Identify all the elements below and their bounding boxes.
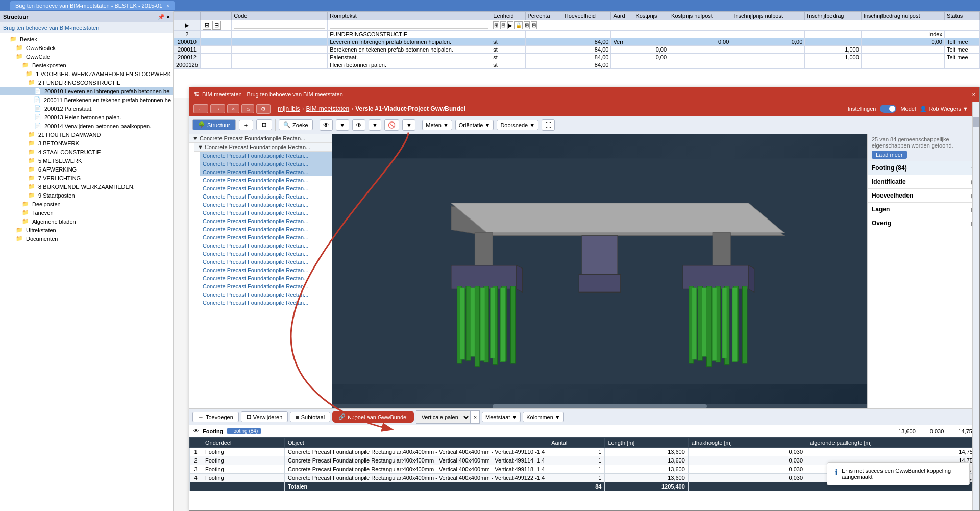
prop-overig-header[interactable]: Overig ▶ xyxy=(868,216,979,230)
bim-tree-item-10[interactable]: Concrete Precast Foundationpile Rectan..… xyxy=(200,233,332,241)
viewport-scrollbar[interactable] xyxy=(332,404,867,408)
nav-model[interactable]: Model xyxy=(900,106,916,112)
tree-item-200012[interactable]: 📄200012 Palenstaat. xyxy=(0,104,173,113)
tree-item-bestekposten[interactable]: 📁Bestekposten xyxy=(0,61,173,69)
bim-tree-item-16[interactable]: Concrete Precast Foundationpile Rectan..… xyxy=(200,282,332,290)
tree-item-uitrekstaten[interactable]: 📁Uitrekstaten xyxy=(0,226,173,234)
tree-item-cat3[interactable]: 📁3 BETONWERK xyxy=(0,139,173,148)
table-row[interactable]: 200012 Palenstaat. st 84,00 0,00 1,000 T… xyxy=(174,54,980,61)
modal-scrollbar[interactable] xyxy=(972,102,979,510)
toggle-switch[interactable] xyxy=(880,105,896,113)
tree-item-cat4[interactable]: 📁4 STAALCONSTRUCTIE xyxy=(0,148,173,156)
view-btn-hide[interactable]: 🚫 xyxy=(384,119,399,131)
toevoegen-btn[interactable]: → Toevoegen xyxy=(192,412,239,422)
eye-icon-bottom[interactable]: 👁 xyxy=(193,428,199,434)
bim-tree-item-13[interactable]: Concrete Precast Foundationpile Rectan..… xyxy=(200,258,332,266)
prop-footing-header[interactable]: Footing (84) ▼ xyxy=(868,161,979,175)
nav-home[interactable]: ⌂ xyxy=(241,104,254,113)
tree-item-deelposten[interactable]: 📁Deelposten xyxy=(0,200,173,208)
kolommen-dropdown[interactable]: Kolommen ▼ xyxy=(523,412,564,422)
nav-back[interactable]: ← xyxy=(193,104,208,113)
tree-item-gwwbestek[interactable]: 📁GwwBestek xyxy=(0,43,173,52)
table-row[interactable]: 200010 Leveren en inbrengen prefab beton… xyxy=(174,38,980,46)
tree-item-cat8[interactable]: 📁8 BIJKOMENDE WERKZAAMHEDEN. xyxy=(0,182,173,191)
load-more-btn[interactable]: Laad meer xyxy=(872,151,907,159)
bim-tree-item-6[interactable]: Concrete Precast Foundationpile Rectan..… xyxy=(200,201,332,209)
bim-tree-item-4[interactable]: Concrete Precast Foundationpile Rectan..… xyxy=(200,184,332,192)
search-box[interactable]: 🔍 Zoeke xyxy=(279,119,313,130)
tree-item-bestek[interactable]: 📁Bestek xyxy=(0,35,173,43)
icon-btn2[interactable]: ⊟ xyxy=(500,21,506,29)
bim-modal-minimize[interactable]: — xyxy=(953,91,959,98)
tree-item-tarieven[interactable]: 📁Tarieven xyxy=(0,208,173,217)
bim-viewport[interactable] xyxy=(332,134,867,408)
icon-btn4[interactable]: 🔒 xyxy=(514,21,523,29)
tree-item-cat21[interactable]: 📁21 HOUTEN DAMWAND xyxy=(0,130,173,139)
tree-item-algbladen[interactable]: 📁Algemene bladen xyxy=(0,217,173,226)
table-row[interactable]: 200012b Heien betonnen palen. st 84,00 xyxy=(174,61,980,69)
nav-user[interactable]: 👤 Rob Wiegers ▼ xyxy=(920,106,968,112)
bim-tree-item-9[interactable]: Concrete Precast Foundationpile Rectan..… xyxy=(200,225,332,233)
tree-item-cat9[interactable]: 📁9 Staartposten xyxy=(0,191,173,200)
tree-item-cat7[interactable]: 📁7 VERLICHTING xyxy=(0,174,173,182)
view-btn-dropdown2[interactable]: ▼ xyxy=(369,119,382,131)
main-tab[interactable]: Bug ten behoeve van BIM-meetstaten - BES… xyxy=(10,1,175,10)
nav-instellingen[interactable]: Instellingen xyxy=(848,106,876,112)
tree-item-200010[interactable]: 📄200010 Leveren en inbrengen prefab beto… xyxy=(0,87,173,95)
prop-lagen-header[interactable]: Lagen ▶ xyxy=(868,203,979,216)
tab-close[interactable]: × xyxy=(166,3,169,9)
bim-tree-item-14[interactable]: Concrete Precast Foundationpile Rectan..… xyxy=(200,266,332,274)
expand-btn[interactable]: ⛶ xyxy=(542,119,555,131)
view-btn-eye1[interactable]: 👁 xyxy=(320,119,333,131)
view-btn-dropdown1[interactable]: ▼ xyxy=(336,119,349,131)
toolbar-plus[interactable]: + xyxy=(239,120,253,130)
tree-item-200014[interactable]: 📄200014 Verwijderen betonnen paalkoppen. xyxy=(0,121,173,130)
nav-forward[interactable]: → xyxy=(210,104,225,113)
bim-tree-item-11[interactable]: Concrete Precast Foundationpile Rectan..… xyxy=(200,241,332,250)
nav-settings-small[interactable]: ⚙ xyxy=(256,104,271,114)
tree-item-200011[interactable]: 📄200011 Berekenen en tekenen prefab beto… xyxy=(0,95,173,104)
table-row[interactable]: 200011 Berekenen en tekenen prefab beton… xyxy=(174,46,980,54)
nav-close[interactable]: × xyxy=(227,104,239,113)
dropdown-orientatie[interactable]: Oriëntatie ▼ xyxy=(455,120,494,130)
breadcrumb-bim[interactable]: BIM-meetstaten xyxy=(306,105,349,112)
icon-btn5[interactable]: ⊞ xyxy=(524,21,530,29)
tree-item-cat1[interactable]: 📁1 VOORBER. WERKZAAMHEDEN EN SLOOPWERK xyxy=(0,69,173,78)
bim-tree-item-5[interactable]: Concrete Precast Foundationpile Rectan..… xyxy=(200,192,332,201)
verticale-clear-btn[interactable]: × xyxy=(471,410,480,424)
bim-tree-item-18[interactable]: Concrete Precast Foundationpile Rectan..… xyxy=(200,299,332,307)
bim-tree-item-12[interactable]: Concrete Precast Foundationpile Rectan..… xyxy=(200,250,332,258)
koppel-btn[interactable]: 🔗 Koppel aan GwwBundel xyxy=(332,411,413,423)
tree-item-200013[interactable]: 📄200013 Heien betonnen palen. xyxy=(0,113,173,121)
breadcrumb-home[interactable]: mijn ibis xyxy=(278,105,300,112)
prop-identificatie-header[interactable]: Identificatie ▶ xyxy=(868,175,979,188)
bim-tree-item-7[interactable]: Concrete Precast Foundationpile Rectan..… xyxy=(200,209,332,217)
sidebar-close[interactable]: × xyxy=(167,14,170,20)
table-row[interactable]: 2 FUNDERINGSCONSTRUCTIE Index xyxy=(174,31,980,38)
bim-tree-item-0[interactable]: Concrete Precast Foundationpile Rectan..… xyxy=(200,152,332,160)
bim-tree-item-17[interactable]: Concrete Precast Foundationpile Rectan..… xyxy=(200,290,332,299)
subtotaal-btn[interactable]: ≡ Subtotaal xyxy=(290,412,330,422)
toolbar-grid[interactable]: ⊞ xyxy=(256,119,272,130)
sidebar-pin[interactable]: 📌 xyxy=(158,14,165,20)
verticale-palen-select[interactable]: Verticale palen xyxy=(416,410,471,424)
dropdown-doorsnede[interactable]: Doorsnede ▼ xyxy=(497,120,538,130)
verwijderen-btn[interactable]: ⊟ Verwijderen xyxy=(241,411,288,422)
tree-item-cat6[interactable]: 📁6 AFWERKING xyxy=(0,165,173,174)
toolbar-structuur[interactable]: 🌳 Structuur xyxy=(192,119,236,130)
filter-btn1[interactable]: ⊞ xyxy=(203,21,211,30)
meetstaat-dropdown[interactable]: Meetstaat ▼ xyxy=(482,412,521,422)
filter-code-input[interactable] xyxy=(234,22,325,29)
icon-btn3[interactable]: ▶ xyxy=(507,21,513,29)
dropdown-meten[interactable]: Meten ▼ xyxy=(422,120,452,130)
tree-item-cat5[interactable]: 📁5 METSELWERK xyxy=(0,156,173,165)
filter-romp-input[interactable] xyxy=(330,22,488,29)
bim-tree-item-3[interactable]: Concrete Precast Foundationpile Rectan..… xyxy=(200,176,332,184)
bim-tree-item-2[interactable]: Concrete Precast Foundationpile Rectan..… xyxy=(200,168,332,176)
bim-tree-item-15[interactable]: Concrete Precast Foundationpile Rectan..… xyxy=(200,274,332,282)
tree-item-cat2[interactable]: 📁2 FUNDERINGSCONSTRUCTIE xyxy=(0,78,173,87)
bim-tree-item-1[interactable]: Concrete Precast Foundationpile Rectan..… xyxy=(200,160,332,168)
prop-hoeveelheden-header[interactable]: Hoeveelheden ▶ xyxy=(868,189,979,202)
filter-btn2[interactable]: ⊟ xyxy=(212,21,221,30)
bim-tree-item-8[interactable]: Concrete Precast Foundationpile Rectan..… xyxy=(200,217,332,225)
